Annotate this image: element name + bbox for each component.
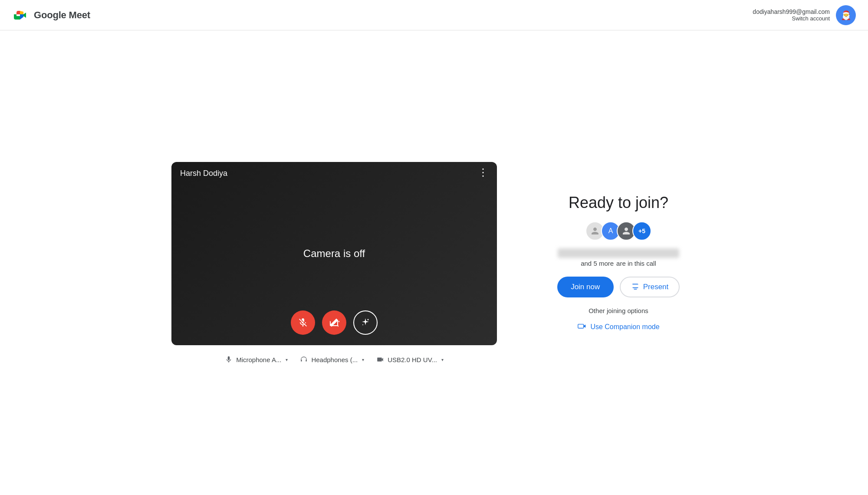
camera-button[interactable] — [322, 310, 346, 335]
sparkle-icon — [360, 317, 371, 328]
mute-button[interactable] — [291, 310, 315, 335]
present-button[interactable]: Present — [620, 277, 680, 297]
videocam-off-icon — [329, 317, 339, 328]
microphone-chevron: ▾ — [286, 357, 288, 362]
companion-mode-icon — [577, 322, 587, 332]
headphones-icon — [300, 356, 308, 363]
main-content: Harsh Dodiya ⋮ Camera is off — [0, 30, 868, 495]
speaker-chevron: ▾ — [362, 357, 364, 362]
participants-call: are in this call — [616, 260, 656, 267]
logo-area: Google Meet — [12, 7, 90, 24]
effects-button[interactable] — [353, 310, 378, 335]
svg-point-1 — [368, 319, 369, 320]
header: Google Meet dodiyaharsh999@gmail.com Swi… — [0, 0, 868, 30]
svg-point-2 — [362, 324, 363, 325]
microphone-label: Microphone A... — [236, 356, 281, 363]
join-buttons: Join now Present — [557, 277, 680, 297]
camera-chevron: ▾ — [441, 357, 444, 362]
svg-rect-3 — [578, 324, 584, 328]
participants-avatars: A +5 — [585, 221, 651, 241]
logo-text: Google Meet — [34, 10, 90, 21]
account-info: dodiyaharsh999@gmail.com Switch account — [753, 8, 830, 22]
participants-suffix: and 5 more — [581, 260, 614, 267]
switch-account-link[interactable]: Switch account — [753, 15, 830, 22]
device-controls: Microphone A... ▾ Headphones (... ▾ USB2… — [225, 356, 444, 363]
video-section: Harsh Dodiya ⋮ Camera is off — [171, 162, 497, 363]
microphone-icon — [225, 356, 233, 363]
other-options-text: Other joining options — [589, 307, 648, 314]
speaker-selector[interactable]: Headphones (... ▾ — [300, 356, 364, 363]
join-section: Ready to join? A +5 and 5 more are in th… — [540, 194, 697, 332]
present-label: Present — [643, 283, 669, 291]
mic-off-icon — [298, 317, 308, 328]
google-meet-icon — [12, 7, 30, 24]
camera-off-text: Camera is off — [303, 248, 365, 260]
camera-icon — [376, 356, 384, 363]
present-icon — [631, 283, 640, 291]
speaker-label: Headphones (... — [311, 356, 358, 363]
account-email: dodiyaharsh999@gmail.com — [753, 8, 830, 15]
video-user-name: Harsh Dodiya — [180, 169, 227, 178]
video-menu-button[interactable]: ⋮ — [478, 167, 489, 178]
video-preview: Harsh Dodiya ⋮ Camera is off — [171, 162, 497, 345]
participant-avatar-plus: +5 — [632, 221, 651, 241]
ready-title: Ready to join? — [569, 194, 668, 212]
camera-selector[interactable]: USB2.0 HD UV... ▾ — [376, 356, 444, 363]
join-now-button[interactable]: Join now — [557, 277, 614, 297]
camera-label: USB2.0 HD UV... — [388, 356, 437, 363]
microphone-selector[interactable]: Microphone A... ▾ — [225, 356, 288, 363]
companion-mode-label: Use Companion mode — [590, 323, 659, 331]
avatar[interactable]: 🎅 — [836, 5, 856, 25]
participant-names-blurred — [558, 248, 679, 258]
companion-mode-link[interactable]: Use Companion mode — [577, 322, 659, 332]
header-right: dodiyaharsh999@gmail.com Switch account … — [753, 5, 856, 25]
video-controls — [291, 310, 378, 335]
